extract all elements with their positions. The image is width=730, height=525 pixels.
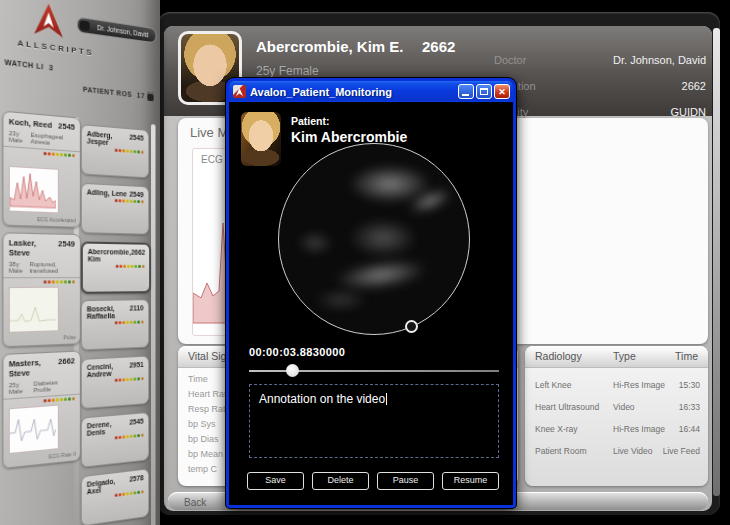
status-dot-icon <box>131 265 134 268</box>
time-col-header: Time <box>675 350 698 362</box>
status-dot-icon <box>72 397 75 400</box>
status-dot-icon <box>141 377 144 380</box>
roster-card[interactable]: Adberg, Jesper2545 <box>81 124 149 178</box>
video-scope-handle[interactable] <box>405 320 418 333</box>
status-dot-icon <box>64 280 67 283</box>
facility-value: GUIDN <box>671 106 706 118</box>
roster-card-selected[interactable]: Abercrombie, Kim2662 <box>81 241 151 293</box>
ecg-thumbnail[interactable] <box>9 405 59 455</box>
video-slider-thumb[interactable] <box>286 364 299 377</box>
thumbnail-caption: ECG Rate II <box>49 451 76 460</box>
roster-card[interactable]: Adling, Lene2549 <box>81 183 149 235</box>
status-dot-icon <box>119 149 122 152</box>
status-dot-icon <box>138 265 141 268</box>
status-dot-icon <box>48 152 51 155</box>
status-dot-icon <box>141 434 144 437</box>
video-slider[interactable] <box>249 364 499 378</box>
allscripts-logo-icon <box>34 2 63 42</box>
status-dot-icon <box>115 379 118 382</box>
radiology-row[interactable]: Heart Ultrasound Video 16:33 <box>525 396 708 418</box>
status-dots <box>82 318 148 328</box>
dialog-buttons: Save Delete Pause Resume <box>247 472 499 490</box>
status-dot-icon <box>115 494 118 497</box>
status-dot-icon <box>60 280 63 283</box>
patient-age-sex: 25y Female <box>256 64 319 78</box>
status-dot-icon <box>116 265 119 268</box>
status-dot-icon <box>141 200 144 203</box>
status-dot-icon <box>119 265 122 268</box>
status-dot-icon <box>122 435 125 438</box>
radiology-row[interactable]: Knee X-ray Hi-Res Image 16:44 <box>525 418 708 440</box>
close-button[interactable]: ✕ <box>494 84 510 99</box>
roster-card[interactable]: Derene, Denis2545 <box>81 412 149 468</box>
watch-list-header: WATCH LI3 <box>5 58 54 71</box>
doctor-tab[interactable]: Dr. Johnson, David <box>77 17 156 44</box>
status-dot-icon <box>68 154 71 157</box>
status-dot-icon <box>56 398 59 401</box>
status-dot-icon <box>60 153 63 156</box>
status-dot-icon <box>126 492 129 495</box>
doctor-value: Dr. Johnson, David <box>613 54 706 66</box>
status-dot-icon <box>126 321 129 324</box>
status-dot-icon <box>141 490 144 493</box>
annotation-input[interactable]: Annotation on the video <box>249 384 499 458</box>
pulse-thumbnail[interactable] <box>9 287 59 333</box>
screen-bezel-highlight <box>713 28 720 496</box>
roster-card[interactable]: Bosecki, Raffaella2110 <box>81 299 149 350</box>
patient-id: 2545 <box>58 121 75 132</box>
roster-card[interactable]: Cencini, Andrew2951 <box>81 356 149 410</box>
save-button[interactable]: Save <box>247 472 304 490</box>
resume-button[interactable]: Resume <box>442 472 499 490</box>
status-dot-icon <box>126 149 129 152</box>
roster-menu-icon[interactable] <box>148 92 154 102</box>
status-dot-icon <box>122 321 125 324</box>
watch-card[interactable]: Lasker, Steve2549 38y MaleRuptured, tran… <box>2 232 80 347</box>
radiology-panel: Radiology Type Time Left Knee Hi-Res Ima… <box>525 346 708 486</box>
status-dots <box>83 262 149 271</box>
status-dot-icon <box>56 153 59 156</box>
status-dot-icon <box>134 321 137 324</box>
status-dot-icon <box>60 398 63 401</box>
status-dot-icon <box>137 434 140 437</box>
maximize-button[interactable] <box>476 84 492 99</box>
status-dot-icon <box>115 321 118 324</box>
minimize-button[interactable] <box>458 84 474 99</box>
dialog-patient-photo <box>241 112 281 166</box>
ultrasound-video-view[interactable] <box>278 143 470 335</box>
status-dot-icon <box>64 153 67 156</box>
status-dot-icon <box>130 435 133 438</box>
status-dot-icon <box>130 378 133 381</box>
status-dot-icon <box>119 436 122 439</box>
back-button[interactable]: Back <box>184 494 206 511</box>
status-dot-icon <box>122 149 125 152</box>
roster-scrollbar[interactable] <box>151 124 156 525</box>
radiology-row[interactable]: Left Knee Hi-Res Image 15:30 <box>525 374 708 396</box>
delete-button[interactable]: Delete <box>312 472 369 490</box>
status-dot-icon <box>115 199 118 202</box>
doctor-tab-icon <box>80 20 90 31</box>
status-dot-icon <box>119 321 122 324</box>
status-dot-icon <box>134 491 137 494</box>
status-dot-icon <box>122 493 125 496</box>
status-dot-icon <box>122 378 125 381</box>
status-dot-icon <box>115 149 118 152</box>
status-dot-icon <box>130 321 133 324</box>
pause-button[interactable]: Pause <box>377 472 434 490</box>
dialog-app-icon <box>233 85 246 98</box>
roster-card[interactable]: Delgado, Axel2578 <box>81 468 149 525</box>
dialog-body: Patient: Kim Abercrombie 00:00:03.883000… <box>229 102 513 505</box>
status-dot-icon <box>137 377 140 380</box>
radiology-row[interactable]: Patient Room Live Video Live Feed <box>525 440 708 462</box>
thumbnail-caption: ECG Accelerated <box>37 216 76 224</box>
status-dot-icon <box>137 150 140 153</box>
status-dot-icon <box>134 150 137 153</box>
doctor-tab-label: Dr. Johnson, David <box>90 23 156 40</box>
status-dot-icon <box>44 280 47 283</box>
ecg-thumbnail[interactable] <box>9 166 59 214</box>
status-dot-icon <box>119 378 122 381</box>
status-dot-icon <box>44 399 47 402</box>
dialog-titlebar[interactable]: Avalon_Patient_Monitoring ✕ <box>229 81 513 102</box>
watch-card[interactable]: Koch, Reed2545 23y MaleEsophageal Atresi… <box>2 111 80 228</box>
watch-card[interactable]: Masters, Steve2662 25y MaleDiabetes Prof… <box>2 350 80 469</box>
status-dot-icon <box>52 152 55 155</box>
